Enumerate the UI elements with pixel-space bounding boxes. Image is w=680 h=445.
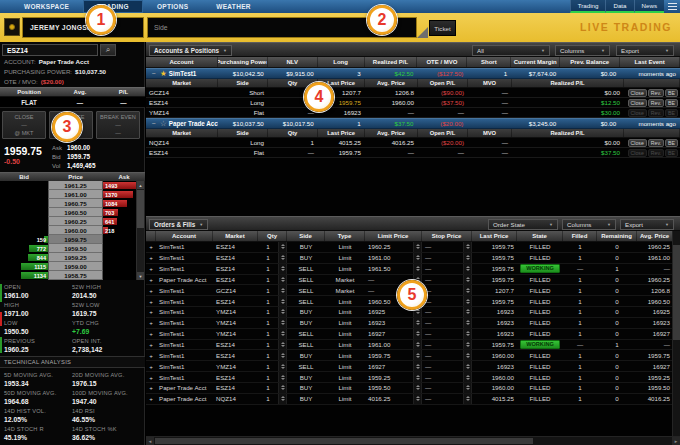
position-row[interactable]: NQZ14Long14015.254016.25($20.00)—$0.00Cl… xyxy=(146,138,680,148)
ladder-row[interactable]: 1960.751084 xyxy=(0,199,145,208)
ladder-row[interactable]: 7721959.50 xyxy=(0,244,145,253)
position-row[interactable]: YMZ14Flat—16923———$30.00CloseRev.BE xyxy=(146,108,680,118)
ladder-row[interactable]: 1961.251493 xyxy=(0,181,145,190)
expand-icon[interactable]: + xyxy=(146,329,156,339)
order-row[interactable]: +SimTest1ESZ141BUYLimit1960.25—1959.75FI… xyxy=(146,242,680,253)
stepper-control[interactable] xyxy=(463,275,472,285)
stepper-control[interactable] xyxy=(278,372,287,382)
position-row[interactable]: ESZ14Long31959.751960.00($37.50)—$12.50C… xyxy=(146,98,680,108)
close-button[interactable]: Close xyxy=(628,99,647,107)
expand-icon[interactable]: + xyxy=(146,318,156,328)
ticket-button[interactable]: Ticket xyxy=(429,20,456,36)
stepper-control[interactable] xyxy=(413,340,422,350)
scrollbar-thumb[interactable] xyxy=(673,245,680,340)
stepper-control[interactable] xyxy=(413,350,422,360)
stepper-control[interactable] xyxy=(463,242,472,252)
expand-icon[interactable]: + xyxy=(146,296,156,306)
scrollbar-thumb[interactable] xyxy=(137,190,144,228)
stepper-control[interactable] xyxy=(463,350,472,360)
order-state-dropdown[interactable]: Order State▼ xyxy=(488,219,558,230)
star-icon[interactable]: ☆ xyxy=(160,119,167,128)
expand-icon[interactable]: + xyxy=(146,340,156,350)
rev-button[interactable]: Rev. xyxy=(648,139,664,147)
stepper-control[interactable] xyxy=(278,394,287,404)
accounts-panel-title[interactable]: Accounts & Positions▼ xyxy=(149,45,232,56)
stepper-control[interactable] xyxy=(278,318,287,328)
stepper-control[interactable] xyxy=(278,329,287,339)
ladder-row[interactable]: 1960.00218 xyxy=(0,226,145,235)
nav-tab-news[interactable]: News xyxy=(634,0,664,13)
stepper-control[interactable] xyxy=(278,350,287,360)
order-row[interactable]: +Paper Trade AcctNQZ141BUYLimit4016.25—4… xyxy=(146,394,680,405)
stepper-control[interactable] xyxy=(413,253,422,263)
break-even-button[interactable]: BREAK EVEN — — xyxy=(96,111,140,139)
expand-icon[interactable]: + xyxy=(146,350,156,360)
stepper-control[interactable] xyxy=(413,318,422,328)
expand-icon[interactable]: + xyxy=(146,242,156,252)
rev-button[interactable]: Rev. xyxy=(648,89,664,97)
account-row[interactable]: −★SimTest1$10,042.50$9,915.003$42.50($12… xyxy=(146,68,680,79)
orders-export-button[interactable]: Export▼ xyxy=(620,219,674,230)
menu-icon[interactable] xyxy=(668,3,677,10)
expand-icon[interactable]: + xyxy=(146,285,156,295)
orders-columns-button[interactable]: Columns▼ xyxy=(562,219,616,230)
collapse-icon[interactable]: − xyxy=(149,70,158,77)
ladder-row[interactable]: 1960.25641 xyxy=(0,217,145,226)
order-row[interactable]: +SimTest1YMZ141BUYLimit16923—16923FILLED… xyxy=(146,318,680,329)
stepper-control[interactable] xyxy=(463,318,472,328)
nav-tab-data[interactable]: Data xyxy=(605,0,633,13)
ladder-row[interactable]: 8441959.25 xyxy=(0,253,145,262)
stepper-control[interactable] xyxy=(413,394,422,404)
stepper-control[interactable] xyxy=(413,264,422,274)
account-filter-dropdown[interactable]: All▼ xyxy=(472,45,550,56)
stepper-control[interactable] xyxy=(278,383,287,393)
symbol-input[interactable] xyxy=(2,44,98,56)
ladder-row[interactable]: 11341958.75 xyxy=(0,271,145,280)
stepper-control[interactable] xyxy=(278,285,287,295)
stepper-control[interactable] xyxy=(278,264,287,274)
expand-icon[interactable]: + xyxy=(146,253,156,263)
stepper-control[interactable] xyxy=(413,383,422,393)
resize-grip-icon[interactable] xyxy=(417,27,428,38)
tab-options[interactable]: OPTIONS xyxy=(143,0,202,13)
scrollbar-thumb[interactable] xyxy=(155,438,533,444)
position-row[interactable]: ESZ14Flat—1959.75———$37.50CloseRev.BE xyxy=(146,148,680,158)
stepper-control[interactable] xyxy=(463,361,472,371)
accounts-columns-button[interactable]: Columns▼ xyxy=(555,45,610,56)
stepper-control[interactable] xyxy=(278,307,287,317)
expand-icon[interactable]: + xyxy=(146,307,156,317)
order-row[interactable]: +SimTest1ESZ141SELLLimit1961.50—1959.75W… xyxy=(146,264,680,275)
expand-icon[interactable]: + xyxy=(146,275,156,285)
stepper-control[interactable] xyxy=(463,372,472,382)
close-button[interactable]: Close xyxy=(628,139,647,147)
tab-workspace[interactable]: WORKSPACE xyxy=(10,0,83,13)
accounts-export-button[interactable]: Export▼ xyxy=(616,45,674,56)
star-icon[interactable]: ★ xyxy=(160,69,167,78)
ladder-scrollbar[interactable]: ▲ ▼ xyxy=(136,181,144,280)
trader-name-field[interactable]: JEREMY JONGSMA xyxy=(22,17,144,38)
stepper-control[interactable] xyxy=(463,285,472,295)
stepper-control[interactable] xyxy=(413,329,422,339)
order-row[interactable]: +Paper Trade AcctESZ141BUYLimit1959.50—1… xyxy=(146,383,680,394)
stepper-control[interactable] xyxy=(463,307,472,317)
ladder-row[interactable]: 1961.001370 xyxy=(0,190,145,199)
scroll-up-icon[interactable]: ▲ xyxy=(137,181,144,189)
nav-tab-trading[interactable]: Trading xyxy=(570,0,606,13)
ladder-row[interactable]: 1591959.75 xyxy=(0,235,145,244)
orders-panel-title[interactable]: Orders & Fills▼ xyxy=(149,219,208,230)
rev-button[interactable]: Rev. xyxy=(648,99,664,107)
expand-icon[interactable]: + xyxy=(146,372,156,382)
stepper-control[interactable] xyxy=(278,275,287,285)
position-row[interactable]: GCZ14Short-11207.71206.8($90.00)—$0.00Cl… xyxy=(146,88,680,98)
stepper-control[interactable] xyxy=(413,372,422,382)
order-row[interactable]: +SimTest1ESZ141BUYLimit1961.00—1959.75FI… xyxy=(146,253,680,264)
scroll-right-icon[interactable]: ► xyxy=(672,437,680,445)
be-button[interactable]: BE xyxy=(665,99,678,107)
stepper-control[interactable] xyxy=(278,340,287,350)
expand-icon[interactable]: + xyxy=(146,394,156,404)
scroll-down-icon[interactable]: ▼ xyxy=(137,272,144,280)
order-row[interactable]: +SimTest1ESZ141BUYLimit1959.75—1960.00FI… xyxy=(146,350,680,361)
ladder-row[interactable]: 1960.50703 xyxy=(0,208,145,217)
stepper-control[interactable] xyxy=(463,383,472,393)
orders-scrollbar[interactable] xyxy=(672,231,680,436)
